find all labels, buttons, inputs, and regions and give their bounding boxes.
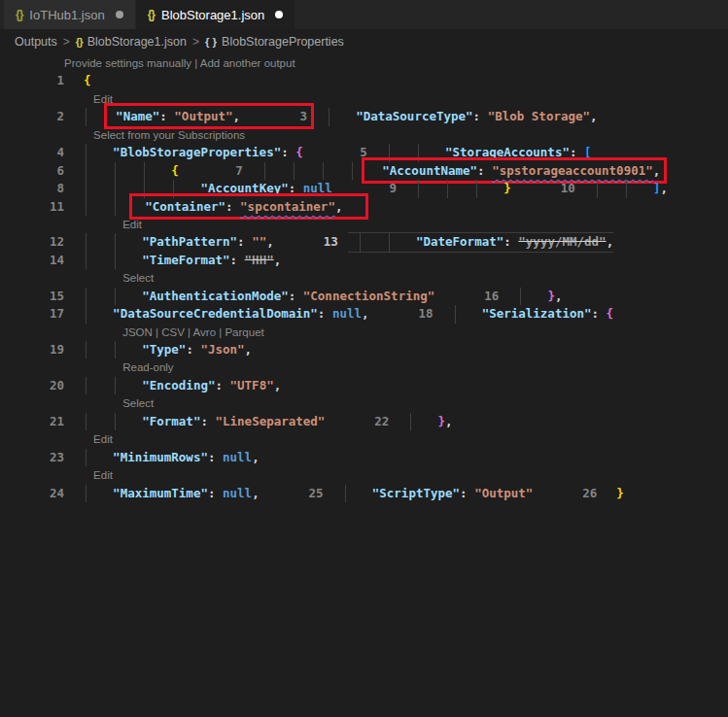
json-token: ,: [653, 163, 661, 178]
indent-guide: [115, 413, 116, 430]
json-key: "AuthenticationMode": [142, 289, 289, 303]
code-line[interactable]: 16 },: [454, 288, 562, 305]
code-line[interactable]: 1{: [19, 72, 91, 89]
line-number: 2: [19, 108, 64, 125]
json-key: "Container": [145, 199, 225, 214]
line-number: 20: [19, 377, 64, 394]
codelens-row[interactable]: Edit: [0, 466, 728, 484]
json-token: :: [208, 450, 223, 464]
codelens-link[interactable]: JSON | CSV | Avro | Parquet: [122, 324, 264, 341]
json-token: :: [215, 378, 229, 393]
code-line[interactable]: 12 "PathPattern": "",: [19, 233, 274, 251]
codelens-link[interactable]: Select: [122, 394, 154, 412]
modified-dot-icon[interactable]: [116, 11, 123, 18]
indent-guide: [455, 305, 456, 323]
json-token: {: [171, 163, 179, 178]
json-token: :: [289, 289, 303, 303]
code-line[interactable]: 24 "MaximumTime": null,: [19, 485, 260, 502]
code-line[interactable]: 26}: [552, 485, 624, 502]
code-line[interactable]: 15 "AuthenticationMode": "ConnectionStri…: [19, 288, 434, 305]
indent-guide: [626, 180, 627, 197]
code-line[interactable]: 25 "ScriptType": "Output": [279, 485, 534, 502]
breadcrumb-item-outputs[interactable]: Outputs: [15, 35, 57, 49]
codelens-link[interactable]: Read-only: [122, 358, 173, 376]
code-line[interactable]: 19 "Type": "Json",: [19, 341, 252, 358]
line-number: 5: [323, 144, 367, 161]
json-key: "DataSourceCredentialDomain": [113, 306, 318, 321]
json-key: "Serialization": [482, 306, 592, 321]
indent-guide: [86, 485, 87, 502]
json-token: :: [237, 234, 252, 249]
line-number: 22: [344, 413, 389, 430]
chevron-right-icon: >: [63, 35, 70, 49]
json-token: }: [547, 289, 555, 303]
breadcrumb: Outputs > {} BlobStorage1.json > { } Blo…: [0, 29, 728, 54]
code-line[interactable]: 23 "MinimumRows": null,: [19, 449, 260, 466]
indent-guide: [115, 198, 116, 216]
codelens-link[interactable]: Edit: [93, 430, 113, 448]
indent-guide: [329, 108, 329, 125]
json-token: {: [295, 145, 303, 159]
code-line[interactable]: 13 "DateFormat": "yyyy/MM/dd",: [294, 233, 613, 251]
code-line[interactable]: 18 "Serialization": {: [389, 305, 614, 323]
code-line[interactable]: 6 {: [19, 162, 179, 180]
line-number: 17: [19, 305, 64, 323]
json-token: :: [208, 486, 223, 500]
json-token: "Output": [474, 486, 533, 500]
code-line[interactable]: 4 "BlobStorageProperties": {: [19, 144, 303, 161]
indent-guide: [352, 162, 353, 180]
codelens-row[interactable]: Select: [0, 269, 728, 287]
breadcrumb-label: BlobStorageProperties: [222, 35, 344, 49]
chevron-right-icon: >: [192, 35, 199, 49]
codelens-link[interactable]: Edit: [93, 466, 113, 484]
breadcrumb-label: BlobStorage1.json: [87, 35, 187, 49]
codelens-row[interactable]: Provide settings manually | Add another …: [0, 54, 728, 72]
json-key: "AccountName": [382, 163, 477, 178]
tab-iothub1-json[interactable]: {} IoTHub1.json: [4, 0, 135, 29]
json-token: :: [460, 486, 474, 500]
codelens-row[interactable]: JSON | CSV | Avro | Parquet: [0, 324, 728, 341]
codelens-row[interactable]: Read-only: [0, 358, 728, 376]
codelens-row[interactable]: Edit: [0, 430, 728, 448]
codelens-link[interactable]: Edit: [122, 216, 142, 233]
json-key: "TimeFormat": [142, 253, 229, 267]
json-token: null: [332, 306, 362, 321]
json-key: "MaximumTime": [113, 486, 208, 500]
json-token: "yyyy/MM/dd": [518, 234, 606, 249]
code-line[interactable]: 9 }: [352, 180, 511, 197]
code-line[interactable]: 20 "Encoding": "UTF8",: [19, 377, 281, 394]
json-token: {: [84, 73, 91, 87]
json-token: }: [438, 414, 446, 428]
code-line[interactable]: 17 "DataSourceCredentialDomain": null,: [19, 305, 369, 323]
codelens-row[interactable]: Edit: [0, 216, 728, 233]
code-line[interactable]: 7 "AccountName": "spstorageaccount0901",: [198, 162, 663, 180]
json-file-icon: {}: [16, 8, 22, 21]
codelens-link[interactable]: Provide settings manually | Add another …: [64, 54, 295, 72]
code-line[interactable]: 21 "Format": "LineSeparated": [19, 413, 325, 430]
line-number: 21: [19, 413, 64, 430]
breadcrumb-item-symbol[interactable]: { } BlobStorageProperties: [205, 35, 344, 49]
json-key: "Encoding": [142, 378, 215, 393]
codelens-row[interactable]: Select: [0, 394, 728, 412]
modified-dot-icon[interactable]: [275, 11, 283, 18]
indent-guide: [115, 288, 116, 305]
codelens-row[interactable]: Select from your Subscriptions: [0, 126, 728, 144]
code-line[interactable]: 14 "TimeFormat": "HH",: [19, 252, 281, 269]
tab-bar: {} IoTHub1.json {} BlobStorage1.json: [0, 0, 728, 29]
code-line[interactable]: 22 },: [344, 413, 452, 430]
code-line[interactable]: 3 "DataSourceType": "Blob Storage",: [262, 108, 597, 125]
json-token: ]: [653, 181, 661, 195]
codelens-link[interactable]: Select: [122, 269, 154, 287]
json-token: :: [503, 234, 518, 249]
json-token: ,: [445, 414, 453, 428]
code-line[interactable]: 2 "Name": "Output",: [19, 108, 243, 125]
indent-guide: [144, 162, 145, 180]
code-line[interactable]: 10 ],: [531, 180, 668, 197]
json-token: "Output": [174, 109, 232, 123]
codelens-link[interactable]: Select from your Subscriptions: [93, 126, 245, 144]
json-token: ,: [252, 486, 260, 500]
json-token: :: [592, 306, 607, 321]
code-line[interactable]: 11 "Container": "spcontainer",: [19, 198, 345, 216]
tab-blobstorage1-json[interactable]: {} BlobStorage1.json: [136, 0, 295, 29]
breadcrumb-item-file[interactable]: {} BlobStorage1.json: [76, 35, 187, 49]
